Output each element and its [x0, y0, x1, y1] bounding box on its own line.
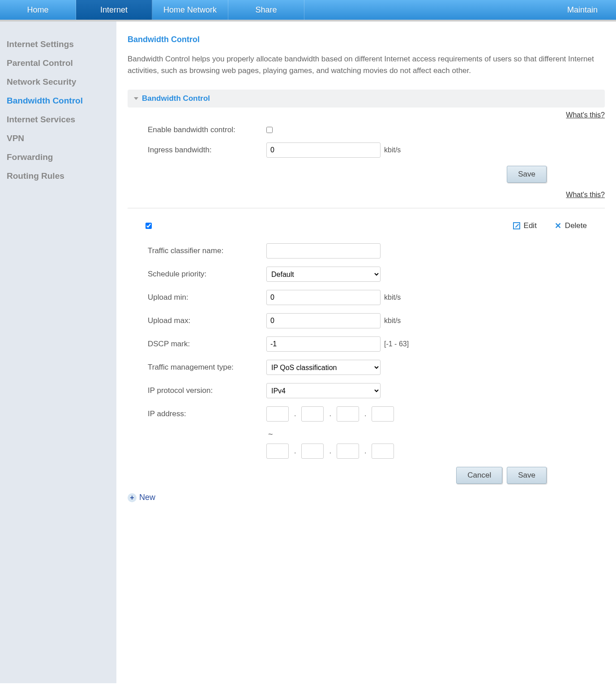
plus-icon: + [128, 493, 137, 502]
ip-to-oct2[interactable] [301, 444, 324, 459]
whats-this-link-2[interactable]: What's this? [566, 191, 605, 198]
cancel-button[interactable]: Cancel [456, 467, 502, 484]
nav-spacer [304, 0, 549, 20]
ip-range-tilde: ~ [129, 430, 605, 439]
rule-checkbox[interactable] [145, 223, 152, 229]
upmax-unit: kbit/s [384, 317, 401, 325]
close-icon: ✕ [555, 221, 561, 231]
priority-label: Schedule priority: [128, 270, 266, 279]
sidebar-item-routing-rules[interactable]: Routing Rules [7, 167, 110, 185]
rule-toolbar: Edit ✕ Delete [128, 217, 605, 234]
ipver-label: IP protocol version: [128, 386, 266, 395]
nav-maintain[interactable]: Maintain [549, 0, 616, 20]
ip-to-oct4[interactable] [372, 444, 394, 459]
nav-internet[interactable]: Internet [76, 0, 152, 20]
whats-this-link-1[interactable]: What's this? [566, 111, 605, 119]
edit-label: Edit [524, 221, 537, 230]
dscp-range: [-1 - 63] [384, 340, 409, 348]
upmin-input[interactable] [266, 290, 381, 305]
dscp-label: DSCP mark: [128, 340, 266, 349]
new-label: New [139, 493, 155, 502]
tmt-label: Traffic management type: [128, 363, 266, 372]
ingress-input[interactable] [266, 142, 381, 158]
nav-share[interactable]: Share [228, 0, 304, 20]
sidebar-item-internet-settings[interactable]: Internet Settings [7, 35, 110, 54]
tmt-select[interactable]: IP QoS classification [266, 360, 381, 375]
ip-from-oct2[interactable] [301, 406, 324, 422]
ip-from-oct1[interactable] [266, 406, 289, 422]
ipaddr-label: IP address: [128, 409, 266, 418]
ip-from-oct3[interactable] [337, 406, 359, 422]
edit-icon [513, 222, 520, 229]
priority-select[interactable]: Default [266, 267, 381, 282]
delete-button[interactable]: ✕ Delete [555, 221, 587, 231]
divider [128, 208, 605, 208]
save-button-rule[interactable]: Save [507, 467, 547, 484]
delete-label: Delete [565, 221, 587, 230]
top-nav: Home Internet Home Network Share Maintai… [0, 0, 616, 22]
page-description: Bandwidth Control helps you properly all… [128, 53, 605, 76]
sidebar: Internet Settings Parental Control Netwo… [0, 22, 116, 683]
name-label: Traffic classifier name: [128, 246, 266, 255]
panel-header[interactable]: Bandwidth Control [128, 90, 605, 108]
upmax-label: Upload max: [128, 316, 266, 325]
sidebar-item-bandwidth-control[interactable]: Bandwidth Control [7, 91, 110, 110]
panel-title: Bandwidth Control [142, 94, 210, 103]
sidebar-item-vpn[interactable]: VPN [7, 129, 110, 148]
ip-from-oct4[interactable] [372, 406, 394, 422]
ip-to-oct3[interactable] [337, 444, 359, 459]
sidebar-item-parental-control[interactable]: Parental Control [7, 54, 110, 73]
upmin-label: Upload min: [128, 293, 266, 302]
upmax-input[interactable] [266, 313, 381, 328]
nav-home-network[interactable]: Home Network [152, 0, 228, 20]
nav-home[interactable]: Home [0, 0, 76, 20]
edit-button[interactable]: Edit [513, 221, 537, 230]
sidebar-item-network-security[interactable]: Network Security [7, 73, 110, 91]
new-button[interactable]: + New [128, 493, 605, 502]
sidebar-item-internet-services[interactable]: Internet Services [7, 110, 110, 129]
ip-to-oct1[interactable] [266, 444, 289, 459]
main-content: Bandwidth Control Bandwidth Control help… [116, 22, 616, 683]
chevron-down-icon [134, 97, 138, 100]
enable-checkbox[interactable] [266, 127, 273, 133]
page-title: Bandwidth Control [128, 35, 605, 44]
enable-label: Enable bandwidth control: [128, 125, 266, 134]
sidebar-item-forwarding[interactable]: Forwarding [7, 148, 110, 167]
ipver-select[interactable]: IPv4 [266, 383, 381, 398]
name-input[interactable] [266, 243, 381, 258]
ingress-label: Ingress bandwidth: [128, 146, 266, 155]
save-button-basic[interactable]: Save [507, 166, 547, 183]
ingress-unit: kbit/s [384, 146, 401, 154]
upmin-unit: kbit/s [384, 293, 401, 302]
dscp-input[interactable] [266, 336, 381, 352]
